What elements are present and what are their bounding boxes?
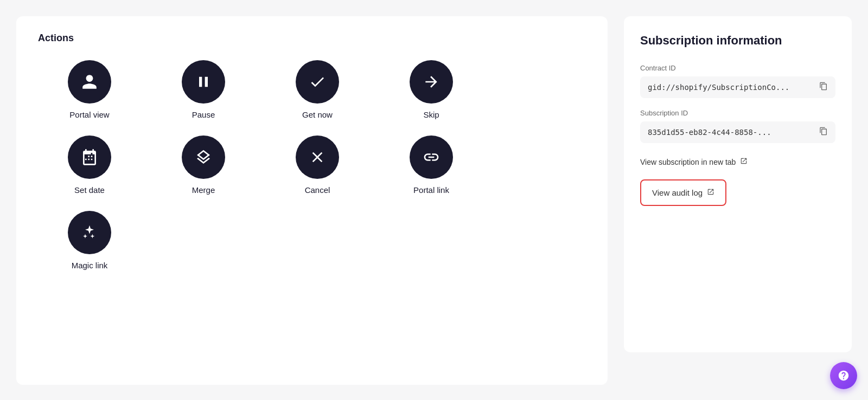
action-item-get-now[interactable]: Get now [266,60,369,119]
external-link-icon [740,157,748,166]
view-audit-log-button[interactable]: View audit log [640,179,726,206]
sparkles-icon [81,224,98,241]
layers-icon [195,149,212,166]
portal-link-label: Portal link [413,185,449,195]
action-item-pause[interactable]: Pause [152,60,255,119]
contract-id-value: gid://shopify/SubscriptionCo... [648,83,814,92]
actions-panel: Actions Portal view Pause [16,16,608,385]
set-date-button[interactable] [68,136,111,179]
merge-button[interactable] [182,136,225,179]
cancel-button[interactable] [296,136,339,179]
action-item-magic-link[interactable]: Magic link [38,211,141,270]
actions-grid: Portal view Pause Get now [38,60,483,270]
help-button[interactable] [830,362,857,389]
action-item-set-date[interactable]: Set date [38,136,141,195]
set-date-label: Set date [74,185,105,195]
skip-label: Skip [423,110,439,119]
magic-link-button[interactable] [68,211,111,254]
pause-icon [195,73,212,91]
subscription-title: Subscription information [640,34,835,48]
skip-button[interactable] [410,60,453,104]
contract-id-section: Contract ID gid://shopify/SubscriptionCo… [640,64,835,98]
audit-external-link-icon [707,188,714,197]
cancel-label: Cancel [305,185,330,195]
portal-view-button[interactable] [68,60,111,104]
action-item-cancel[interactable]: Cancel [266,136,369,195]
subscription-id-row: 835d1d55-eb82-4c44-8858-... [640,121,835,143]
contract-id-label: Contract ID [640,64,835,72]
subscription-panel: Subscription information Contract ID gid… [624,16,852,352]
merge-label: Merge [192,185,215,195]
subscription-id-value: 835d1d55-eb82-4c44-8858-... [648,128,814,137]
get-now-label: Get now [302,110,333,119]
help-icon [838,370,850,382]
contract-id-row: gid://shopify/SubscriptionCo... [640,76,835,98]
pause-label: Pause [192,110,215,119]
get-now-button[interactable] [296,60,339,104]
check-icon [309,73,326,91]
action-item-portal-view[interactable]: Portal view [38,60,141,119]
subscription-id-section: Subscription ID 835d1d55-eb82-4c44-8858-… [640,109,835,143]
arrow-right-icon [423,73,440,91]
person-icon [81,73,98,91]
copy-contract-id-button[interactable] [819,82,828,93]
view-subscription-label: View subscription in new tab [640,158,736,166]
action-item-merge[interactable]: Merge [152,136,255,195]
link-icon [423,149,440,166]
view-audit-log-label: View audit log [652,188,703,197]
view-subscription-link[interactable]: View subscription in new tab [640,154,835,170]
x-icon [309,149,326,166]
portal-view-label: Portal view [69,110,109,119]
main-layout: Actions Portal view Pause [0,11,868,390]
copy-subscription-id-button[interactable] [819,127,828,138]
calendar-icon [81,149,98,166]
portal-link-button[interactable] [410,136,453,179]
action-item-portal-link[interactable]: Portal link [380,136,483,195]
pause-button[interactable] [182,60,225,104]
subscription-id-label: Subscription ID [640,109,835,117]
action-item-skip[interactable]: Skip [380,60,483,119]
actions-title: Actions [38,33,586,44]
magic-link-label: Magic link [72,261,108,270]
